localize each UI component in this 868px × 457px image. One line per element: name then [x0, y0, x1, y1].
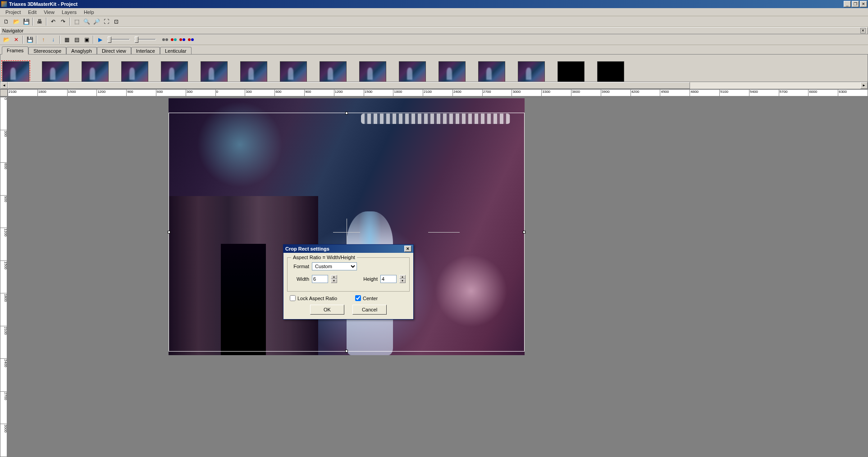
lock-aspect-checkbox[interactable]: Lock Aspect Ratio: [290, 295, 337, 301]
new-file-icon[interactable]: 🗋: [2, 17, 11, 26]
spin-down-icon[interactable]: ▼: [399, 279, 406, 283]
ok-button[interactable]: OK: [310, 305, 344, 315]
anaglyph-rc-icon[interactable]: [171, 38, 177, 41]
menu-view[interactable]: View: [40, 9, 58, 16]
width-spinner[interactable]: ▲ ▼: [331, 275, 337, 283]
tab-interlace[interactable]: Interlace: [131, 47, 160, 55]
thumbnail[interactable]: [2, 61, 29, 82]
scroll-right-icon[interactable]: ►: [860, 82, 868, 89]
ruler-tick: 600: [0, 162, 8, 169]
layout-4-icon[interactable]: ▣: [82, 35, 91, 44]
save-icon[interactable]: 💾: [22, 17, 31, 26]
center-input[interactable]: [355, 295, 361, 301]
thumbnail[interactable]: [320, 61, 347, 82]
layout-2-icon[interactable]: ▤: [72, 35, 81, 44]
scroll-thumb[interactable]: [8, 82, 690, 89]
format-select[interactable]: Custom: [312, 262, 357, 270]
open-folder-icon[interactable]: 📂: [12, 17, 21, 26]
center-label: Center: [363, 296, 378, 301]
sort-asc-icon[interactable]: ↑: [39, 35, 48, 44]
thumbnail[interactable]: [518, 61, 545, 82]
thumbnail[interactable]: [597, 61, 624, 82]
thumbnail[interactable]: [42, 61, 69, 82]
zoom-1to1-icon[interactable]: ⊡: [112, 17, 121, 26]
sort-desc-icon[interactable]: ↓: [49, 35, 58, 44]
canvas-area[interactable]: Crop Rect settings ✕ Aspect Ratio = Widt…: [7, 96, 868, 457]
zoom-rect-icon[interactable]: ⬚: [72, 17, 81, 26]
thumbnail[interactable]: [240, 61, 267, 82]
minimize-button[interactable]: _: [844, 1, 851, 7]
ruler-tick: 2100: [423, 90, 432, 96]
zoom-out-icon[interactable]: 🔎: [92, 17, 101, 26]
tab-anaglyph[interactable]: Anaglyph: [66, 47, 97, 55]
scroll-track[interactable]: [8, 82, 860, 89]
navigator-close-icon[interactable]: ✕: [860, 28, 866, 33]
ruler-tick: 2100: [0, 326, 8, 335]
ruler-tick: 6000: [808, 90, 817, 96]
undo-icon[interactable]: ↶: [49, 17, 58, 26]
thumbnail[interactable]: [280, 61, 307, 82]
lock-aspect-input[interactable]: [290, 295, 296, 301]
menu-edit[interactable]: Edit: [24, 9, 40, 16]
scroll-left-icon[interactable]: ◄: [0, 82, 8, 89]
speed-slider[interactable]: [107, 39, 130, 40]
ruler-tick: 5400: [749, 90, 758, 96]
ruler-tick: 2400: [0, 358, 8, 367]
thumbnail[interactable]: [82, 61, 109, 82]
anaglyph-single-icon[interactable]: [188, 38, 194, 41]
app-icon: [1, 1, 7, 7]
width-input[interactable]: [312, 275, 328, 283]
thumbnail[interactable]: [161, 61, 188, 82]
thumbnail[interactable]: [478, 61, 505, 82]
crop-handle-right[interactable]: [523, 231, 525, 233]
ruler-tick: 4800: [690, 90, 699, 96]
layout-1-icon[interactable]: ▦: [62, 35, 71, 44]
crop-handle-left[interactable]: [168, 231, 170, 233]
spin-up-icon[interactable]: ▲: [331, 275, 337, 279]
close-button[interactable]: ✕: [860, 1, 867, 7]
thumbnail[interactable]: [557, 61, 585, 82]
separator: [36, 36, 37, 44]
dialog-titlebar[interactable]: Crop Rect settings ✕: [283, 245, 413, 253]
thumbnail[interactable]: [359, 61, 386, 82]
crop-handle-top[interactable]: [345, 112, 348, 114]
menu-layers[interactable]: Layers: [58, 9, 80, 16]
height-input[interactable]: [380, 275, 397, 283]
thumbnail[interactable]: [121, 61, 148, 82]
anaglyph-rb-icon[interactable]: [179, 38, 185, 41]
height-spinner[interactable]: ▲ ▼: [399, 275, 406, 283]
crop-handle-bottom[interactable]: [345, 350, 348, 352]
tab-lenticular[interactable]: Lenticular: [160, 47, 192, 55]
play-icon[interactable]: ▶: [96, 35, 105, 44]
center-checkbox[interactable]: Center: [355, 295, 378, 301]
separator: [32, 18, 33, 26]
thumbnail[interactable]: [201, 61, 228, 82]
ruler-tick: 1200: [0, 228, 8, 237]
tab-frames[interactable]: Frames: [2, 46, 28, 55]
ruler-tick: 1800: [393, 90, 402, 96]
menu-help[interactable]: Help: [80, 9, 98, 16]
ruler-tick: 3000: [512, 90, 521, 96]
window-titlebar: Triaxes 3DMasterKit - Project _ ❐ ✕: [0, 0, 868, 8]
zoom-in-icon[interactable]: 🔍: [82, 17, 91, 26]
tab-stereoscope[interactable]: Stereoscope: [28, 47, 66, 55]
thumbnail[interactable]: [399, 61, 426, 82]
print-preview-icon[interactable]: 🖶: [35, 17, 44, 26]
menu-project[interactable]: Project: [2, 9, 24, 16]
thumbnail[interactable]: [439, 61, 466, 82]
zoom-fit-icon[interactable]: ⛶: [102, 17, 111, 26]
redo-icon[interactable]: ↷: [59, 17, 68, 26]
nav-open-icon[interactable]: 📂: [2, 35, 11, 44]
cancel-button[interactable]: Cancel: [352, 305, 387, 315]
spin-down-icon[interactable]: ▼: [331, 279, 337, 283]
main-toolbar: 🗋 📂 💾 🖶 ↶ ↷ ⬚ 🔍 🔎 ⛶ ⊡: [0, 16, 868, 27]
tab-direct-view[interactable]: Direct view: [97, 47, 131, 55]
thumbnail-scrollbar[interactable]: ◄ ►: [0, 82, 868, 89]
nav-save-icon[interactable]: 💾: [25, 35, 34, 44]
spin-up-icon[interactable]: ▲: [399, 275, 406, 279]
position-slider[interactable]: [134, 39, 156, 40]
stereo-pair-icon[interactable]: [162, 38, 168, 41]
dialog-close-icon[interactable]: ✕: [404, 246, 411, 252]
restore-button[interactable]: ❐: [852, 1, 859, 7]
nav-delete-icon[interactable]: ✕: [12, 35, 21, 44]
